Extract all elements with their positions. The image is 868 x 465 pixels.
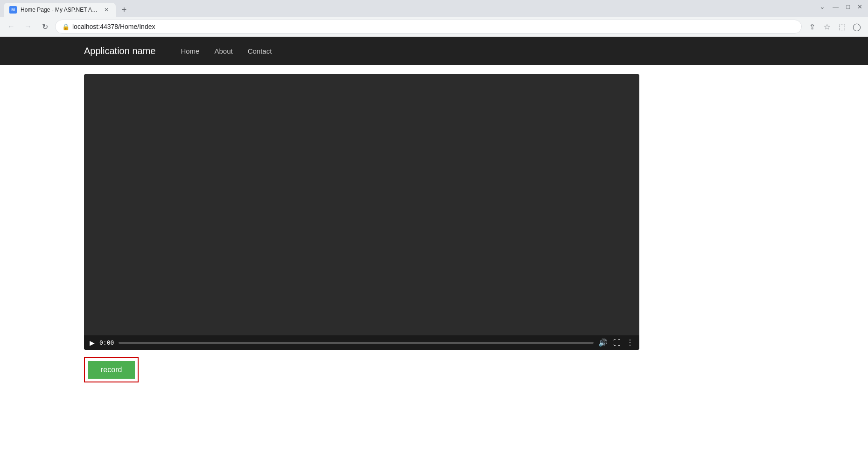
reload-icon: ↻ [42,22,48,31]
video-time: 0:00 [99,339,114,346]
extension-button[interactable]: ⬚ [835,20,848,33]
video-play-button[interactable]: ▶ [90,339,95,347]
video-controls: ▶ 0:00 🔊 ⛶ ⋮ [84,335,639,350]
bookmark-button[interactable]: ☆ [820,20,833,33]
share-button[interactable]: ⇪ [805,20,819,33]
record-button-outline: record [84,357,139,382]
video-player: ▶ 0:00 🔊 ⛶ ⋮ [84,74,639,350]
profile-button[interactable]: ◯ [850,20,863,33]
record-area: record [84,357,139,382]
extension-icon: ⬚ [839,22,846,31]
video-progress-bar[interactable] [119,342,594,344]
app-brand[interactable]: Application name [84,46,155,56]
window-tab-dropdown[interactable]: ⌄ [819,3,825,10]
lock-icon: 🔒 [62,23,70,30]
tab-close-button[interactable]: ✕ [103,6,110,14]
video-more-button[interactable]: ⋮ [626,338,634,347]
tab-title: Home Page - My ASP.NET Applic... [21,7,99,13]
url-text: localhost:44378/Home/Index [72,23,155,30]
reload-button[interactable]: ↻ [38,20,51,33]
nav-links: Home About Contact [174,43,278,59]
nav-link-contact[interactable]: Contact [241,43,279,59]
main-content: ▶ 0:00 🔊 ⛶ ⋮ record [0,65,868,396]
app-navbar: Application name Home About Contact [0,37,868,65]
profile-icon: ◯ [853,22,861,31]
forward-icon: → [24,22,32,31]
bookmark-icon: ☆ [824,22,830,31]
address-bar[interactable]: 🔒 localhost:44378/Home/Index [55,20,802,34]
back-icon: ← [7,22,15,31]
window-close-button[interactable]: ✕ [857,3,862,10]
browser-tab[interactable]: M Home Page - My ASP.NET Applic... ✕ [4,3,116,17]
video-fullscreen-button[interactable]: ⛶ [613,339,621,347]
share-icon: ⇪ [809,22,815,31]
window-maximize-button[interactable]: □ [846,3,850,10]
record-button[interactable]: record [88,361,135,379]
forward-button[interactable]: → [21,20,35,33]
nav-link-about[interactable]: About [208,43,239,59]
new-tab-button[interactable]: + [118,3,131,16]
video-volume-button[interactable]: 🔊 [598,338,608,347]
window-minimize-button[interactable]: — [833,3,839,10]
video-screen [84,74,639,335]
video-controls-right: 🔊 ⛶ ⋮ [598,338,634,347]
nav-link-home[interactable]: Home [174,43,206,59]
tab-favicon: M [9,6,17,14]
back-button[interactable]: ← [5,20,18,33]
